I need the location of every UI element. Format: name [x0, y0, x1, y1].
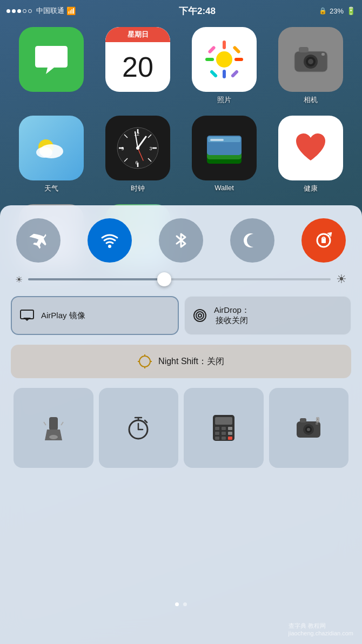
svg-rect-77	[222, 427, 226, 430]
calendar-day: 20	[122, 53, 153, 81]
quick-buttons-row	[11, 388, 351, 468]
svg-rect-82	[215, 437, 219, 440]
svg-rect-84	[228, 437, 232, 440]
wifi-toggle[interactable]	[88, 218, 132, 263]
wifi-icon: 📶	[66, 6, 76, 15]
svg-rect-8	[231, 70, 239, 78]
svg-rect-83	[222, 437, 226, 440]
app-health[interactable]: 健康	[270, 116, 351, 193]
app-wallet-label: Wallet	[214, 184, 234, 192]
svg-rect-78	[228, 427, 232, 430]
camera-quick-button[interactable]	[269, 388, 349, 468]
timer-icon	[126, 415, 151, 440]
brightness-track	[28, 278, 331, 280]
svg-point-18	[36, 147, 52, 158]
airplay-button[interactable]: AirPlay 镜像	[11, 296, 179, 335]
app-wallet-icon	[192, 116, 257, 180]
airplane-toggle[interactable]	[16, 218, 61, 263]
signal-dot-3	[17, 9, 21, 13]
svg-rect-7	[210, 70, 218, 78]
signal-dot-2	[12, 9, 16, 13]
airplane-icon	[29, 231, 48, 250]
svg-rect-53	[21, 310, 33, 319]
lock-icon: 🔒	[319, 7, 327, 15]
timer-button[interactable]	[99, 388, 179, 468]
wallet-svg	[203, 129, 246, 167]
watermark: 查字典 教程网jiaocheng.chazidian.com	[289, 622, 353, 636]
svg-point-57	[198, 314, 202, 317]
flashlight-button[interactable]	[14, 388, 93, 468]
toggle-row	[11, 218, 351, 263]
svg-line-67	[61, 422, 63, 425]
rotation-toggle[interactable]	[301, 218, 346, 263]
calendar-weekday: 星期日	[128, 30, 149, 39]
calculator-button[interactable]	[184, 388, 264, 468]
svg-text:3: 3	[149, 146, 152, 151]
night-shift-button[interactable]: Night Shift：关闭	[11, 345, 351, 378]
brightness-fill	[28, 278, 164, 280]
clock-svg: 12 3 6 9	[113, 124, 162, 172]
app-calendar[interactable]: 星期日 20	[97, 27, 178, 105]
app-photos[interactable]: 照片	[184, 27, 265, 105]
svg-rect-6	[232, 45, 241, 54]
svg-text:6: 6	[135, 160, 138, 165]
brightness-min-icon: ☀	[15, 274, 23, 285]
svg-point-32	[136, 146, 139, 150]
page-dot-2	[183, 602, 187, 606]
svg-point-58	[139, 356, 150, 367]
svg-point-56	[196, 312, 204, 319]
app-wallet[interactable]: Wallet	[184, 116, 265, 193]
status-bar: 中国联通 📶 下午2:48 🔒 23% 🔋	[0, 0, 362, 22]
signal-dot-5	[28, 9, 32, 13]
airplay-label: AirPlay 镜像	[41, 311, 85, 321]
app-clock[interactable]: 12 3 6 9 时钟	[97, 116, 178, 193]
control-center: ☀ ☀ AirPlay 镜像	[0, 205, 362, 644]
svg-text:9: 9	[121, 146, 124, 151]
rotation-icon	[314, 231, 333, 250]
svg-rect-75	[215, 417, 232, 425]
battery-icon: 🔋	[346, 6, 356, 15]
svg-rect-4	[234, 58, 243, 61]
svg-rect-3	[205, 58, 214, 61]
svg-rect-89	[300, 418, 306, 422]
app-messages-icon	[19, 27, 84, 92]
airdrop-svg	[192, 308, 207, 323]
nightshift-svg	[138, 354, 152, 368]
app-photos-icon	[192, 27, 257, 92]
app-messages[interactable]	[11, 27, 92, 105]
brightness-slider[interactable]: ☀ ☀	[11, 272, 351, 286]
app-photos-label: 照片	[217, 95, 231, 105]
calculator-icon	[212, 414, 236, 442]
page-dots	[0, 602, 362, 606]
airdrop-label: AirDrop：接收关闭	[214, 305, 250, 326]
photos-svg	[203, 38, 246, 81]
svg-point-88	[307, 428, 310, 431]
status-time: 下午2:48	[179, 5, 216, 17]
camera-svg	[293, 45, 329, 75]
svg-rect-14	[299, 47, 309, 52]
svg-rect-1	[223, 41, 226, 49]
carrier-label: 中国联通	[36, 6, 64, 16]
svg-rect-93	[317, 418, 318, 420]
app-clock-label: 时钟	[131, 184, 145, 193]
app-weather-label: 天气	[44, 184, 58, 193]
app-clock-icon: 12 3 6 9	[105, 116, 170, 180]
brightness-max-icon: ☀	[336, 272, 347, 286]
svg-rect-5	[207, 45, 216, 54]
app-weather[interactable]: 天气	[11, 116, 92, 193]
svg-rect-41	[210, 139, 224, 141]
status-left: 中国联通 📶	[6, 6, 76, 16]
app-health-label: 健康	[304, 184, 318, 193]
svg-rect-63	[49, 417, 58, 430]
airdrop-button[interactable]: AirDrop：接收关闭	[184, 296, 351, 335]
bluetooth-toggle[interactable]	[159, 218, 203, 263]
signal-dot-1	[6, 9, 10, 13]
flashlight-icon	[43, 414, 64, 441]
svg-point-0	[216, 51, 232, 68]
signal-dot-4	[23, 9, 26, 13]
airplay-icon	[19, 309, 35, 322]
battery-percent: 23%	[330, 7, 344, 15]
svg-line-73	[145, 420, 147, 422]
app-camera[interactable]: 相机	[270, 27, 351, 105]
donotdisturb-toggle[interactable]	[230, 218, 274, 263]
